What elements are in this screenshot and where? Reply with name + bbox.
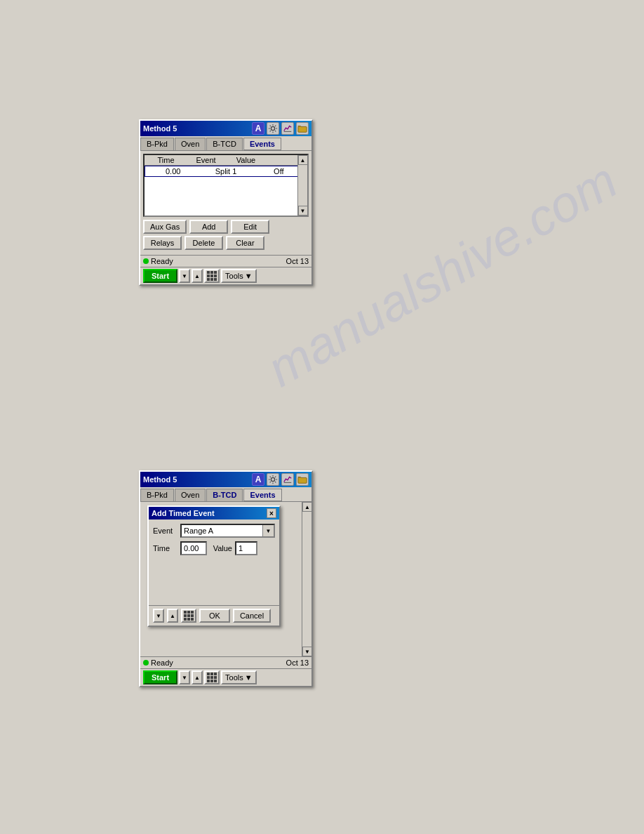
svg-rect-5 [298,477,307,483]
time-input[interactable]: 0.00 [180,541,207,555]
window1: Method 5 A [139,119,313,286]
col-time: Time [146,156,186,164]
event-select-arrow[interactable]: ▼ [262,525,274,536]
content-scrollbar: ▲ ▼ [302,502,311,656]
grid-icon1 [207,271,217,281]
gear-icon1[interactable] [267,122,279,135]
titlebar2: Method 5 A [140,472,311,487]
dialog-content: Event Range A ▼ Time 0.00 Value 1 [149,519,279,605]
scroll-track [298,165,308,206]
col-event: Event [186,156,226,164]
svg-rect-2 [298,126,307,132]
dialog-title: Add Timed Event [152,509,215,517]
table-header: Time Event Value [145,155,307,166]
dialog-down-btn[interactable]: ▼ [153,609,164,623]
status-dot2 [143,660,149,666]
tools-button1[interactable]: Tools ▼ [221,269,257,283]
tab2-events[interactable]: Events [243,489,281,501]
chart-icon2[interactable] [281,473,294,486]
value-input[interactable]: 1 [235,541,257,555]
dialog-up-btn[interactable]: ▲ [167,609,178,623]
folder-icon1[interactable] [296,122,309,135]
titlebar2-icons: A [252,473,309,486]
dialog-event-row: Event Range A ▼ [153,524,275,538]
chart-icon1[interactable] [281,122,294,135]
events-table: Time Event Value 0.00 Split 1 Off ▲ ▼ [143,154,309,217]
titlebar1: Method 5 A [140,121,311,136]
content-scroll-track [302,512,311,647]
col-value: Value [226,156,266,164]
button-row2: Relays Delete Clear [143,236,309,250]
tab2-oven[interactable]: Oven [175,489,206,501]
window1-title: Method 5 [143,124,177,133]
edit-button[interactable]: Edit [231,220,269,234]
status-ready2: Ready [143,658,173,667]
tabbar1: B-Pkd Oven B-TCD Events [140,136,311,151]
ok-button[interactable]: OK [199,609,230,623]
date-text1: Oct 13 [286,257,309,265]
svg-point-0 [271,126,274,130]
window2: Method 5 A [139,470,313,687]
aux-gas-button[interactable]: Aux Gas [143,220,187,234]
down-arrow-btn2[interactable]: ▼ [179,670,190,684]
time-label: Time [153,544,177,552]
icon-a1[interactable]: A [252,122,264,135]
date-text2: Oct 13 [286,658,309,667]
dialog-grid-icon [184,611,194,621]
dialog-footer: ▼ ▲ OK Cancel [149,605,279,626]
tab1-btcd[interactable]: B-TCD [206,138,243,150]
table-scrollbar[interactable]: ▲ ▼ [297,155,307,216]
down-arrow-btn1[interactable]: ▼ [179,269,190,283]
ready-text1: Ready [151,257,173,265]
toolbar2: Start ▼ ▲ Tools ▼ [140,668,311,686]
tab2-btcd[interactable]: B-TCD [206,489,243,501]
content-scroll-up[interactable]: ▲ [302,502,312,512]
status-dot1 [143,258,149,264]
dialog-titlebar: Add Timed Event × [149,507,279,519]
start-button2[interactable]: Start [143,670,177,684]
icon-a2[interactable]: A [252,473,264,486]
table-row[interactable]: 0.00 Split 1 Off [145,166,307,177]
row-event: Split 1 [199,167,252,176]
content-scroll-down[interactable]: ▼ [302,647,312,656]
tools-button2[interactable]: Tools ▼ [221,670,257,684]
event-select[interactable]: Range A ▼ [180,524,275,538]
tools-arrow2: ▼ [245,673,253,682]
add-button[interactable]: Add [189,220,228,234]
tools-arrow1: ▼ [245,272,253,280]
grid-button2[interactable] [204,670,220,684]
start-button1[interactable]: Start [143,269,177,283]
grid-button1[interactable] [204,269,220,283]
window2-content: Add Timed Event × Event Range A ▼ Time 0… [140,502,311,656]
svg-point-3 [271,477,274,481]
dialog-grid-btn[interactable] [181,609,196,623]
status-ready1: Ready [143,257,173,265]
relays-button[interactable]: Relays [143,236,182,250]
clear-button[interactable]: Clear [226,236,264,250]
delete-button[interactable]: Delete [185,236,223,250]
tabbar2: B-Pkd Oven B-TCD Events [140,487,311,502]
dialog-time-row: Time 0.00 Value 1 [153,541,275,555]
add-timed-event-dialog: Add Timed Event × Event Range A ▼ Time 0… [147,505,281,627]
tab2-bpkd[interactable]: B-Pkd [140,489,174,501]
cancel-button[interactable]: Cancel [233,609,271,623]
gear-icon2[interactable] [267,473,279,486]
up-arrow-btn1[interactable]: ▲ [192,269,203,283]
tab1-events[interactable]: Events [243,138,281,150]
event-select-text: Range A [182,526,262,536]
ready-text2: Ready [151,658,173,667]
row-time: 0.00 [147,167,199,176]
dialog-close-button[interactable]: × [267,508,276,518]
folder-icon2[interactable] [296,473,309,486]
scroll-down-btn[interactable]: ▼ [298,206,308,216]
status-bar2: Ready Oct 13 [140,656,311,668]
tab1-oven[interactable]: Oven [175,138,206,150]
value-label: Value [210,544,232,552]
tab1-bpkd[interactable]: B-Pkd [140,138,174,150]
dialog-spacer [153,559,275,601]
window1-content: Time Event Value 0.00 Split 1 Off ▲ ▼ Au… [140,151,311,255]
up-arrow-btn2[interactable]: ▲ [192,670,203,684]
titlebar1-icons: A [252,122,309,135]
titlebar1-left: Method 5 [143,124,177,133]
scroll-up-btn[interactable]: ▲ [298,155,308,165]
